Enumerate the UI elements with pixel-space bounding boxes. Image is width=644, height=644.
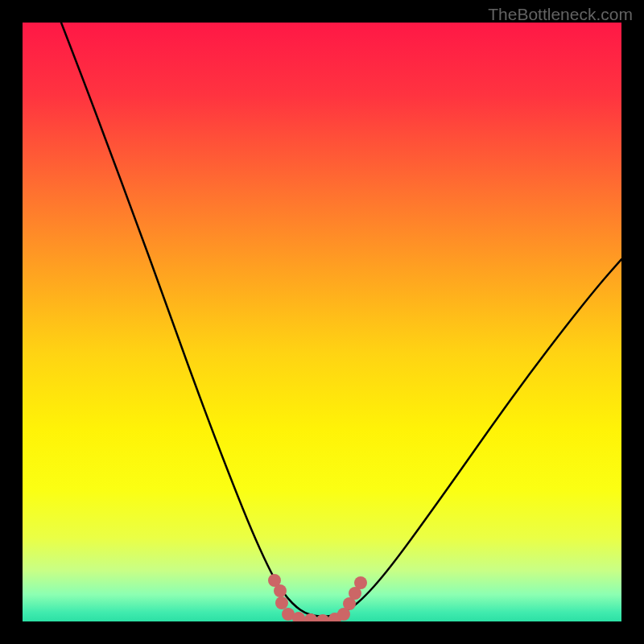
chart-plot-area xyxy=(23,23,621,621)
highlight-dots-group xyxy=(268,574,367,621)
watermark-text: TheBottleneck.com xyxy=(488,5,633,24)
highlight-dot xyxy=(274,584,287,597)
highlight-dot xyxy=(304,613,317,621)
chart-curve-layer xyxy=(23,23,621,621)
bottleneck-curve xyxy=(61,23,621,617)
highlight-dot xyxy=(275,597,288,609)
highlight-dot xyxy=(354,576,367,589)
